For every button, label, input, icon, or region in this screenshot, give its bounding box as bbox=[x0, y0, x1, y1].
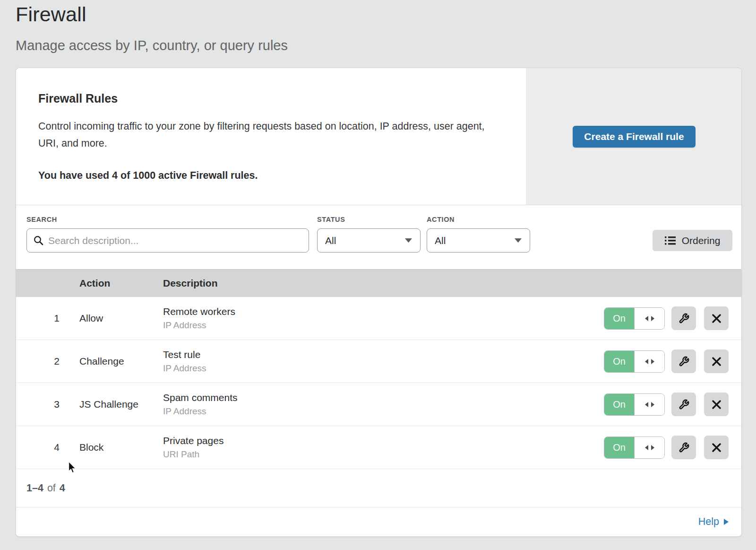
chevron-down-icon bbox=[404, 238, 412, 243]
rule-action: Challenge bbox=[79, 356, 124, 367]
delete-rule-button[interactable] bbox=[704, 349, 729, 373]
rule-action: JS Challenge bbox=[79, 399, 138, 410]
delete-rule-button[interactable] bbox=[704, 306, 729, 330]
search-icon bbox=[34, 236, 43, 245]
pagination: 1–4 of 4 bbox=[16, 469, 741, 507]
table-row: 1 Allow Remote workers IP Address On bbox=[16, 297, 741, 340]
toggle-on-segment[interactable]: On bbox=[604, 437, 635, 458]
table-header: Action Description bbox=[16, 269, 741, 297]
firewall-rules-card: Firewall Rules Control incoming traffic … bbox=[16, 68, 742, 537]
edit-rule-button[interactable] bbox=[671, 306, 696, 330]
card-footer: Help bbox=[16, 507, 741, 536]
status-select[interactable]: All bbox=[317, 228, 421, 253]
rule-status-toggle[interactable]: On bbox=[604, 393, 665, 416]
rule-match-field: IP Address bbox=[163, 406, 238, 417]
rule-description: Test rule IP Address bbox=[163, 349, 206, 374]
overview-heading: Firewall Rules bbox=[38, 92, 498, 105]
ordering-button-label: Ordering bbox=[682, 235, 721, 246]
pagination-total: 4 bbox=[60, 482, 65, 494]
action-select[interactable]: All bbox=[427, 228, 530, 253]
left-right-arrows-icon bbox=[644, 445, 655, 451]
overview-action-panel: Create a Firewall rule bbox=[526, 68, 742, 205]
close-icon bbox=[712, 400, 722, 410]
rule-match-field: URI Path bbox=[163, 449, 223, 460]
toggle-drag-handle[interactable] bbox=[635, 394, 664, 415]
wrench-icon bbox=[679, 442, 689, 453]
help-link[interactable]: Help bbox=[698, 516, 729, 528]
rule-status-toggle[interactable]: On bbox=[604, 307, 665, 330]
rule-match-field: IP Address bbox=[163, 363, 206, 374]
table-row: 2 Challenge Test rule IP Address On bbox=[16, 340, 741, 383]
rule-priority: 3 bbox=[45, 399, 60, 410]
search-field[interactable] bbox=[26, 228, 309, 253]
close-icon bbox=[712, 314, 722, 323]
overview-usage-text: You have used 4 of 1000 active Firewall … bbox=[38, 170, 498, 182]
rule-controls: On bbox=[604, 349, 729, 373]
toggle-drag-handle[interactable] bbox=[635, 308, 664, 329]
list-ordering-icon bbox=[665, 236, 676, 245]
rule-status-toggle[interactable]: On bbox=[604, 350, 665, 373]
table-row: 3 JS Challenge Spam comments IP Address … bbox=[16, 383, 741, 426]
arrow-right-icon bbox=[723, 518, 729, 525]
edit-rule-button[interactable] bbox=[671, 349, 696, 373]
pagination-of-label: of bbox=[47, 482, 56, 494]
search-label: SEARCH bbox=[26, 216, 57, 223]
toggle-on-segment[interactable]: On bbox=[604, 308, 635, 329]
status-select-value: All bbox=[325, 235, 336, 246]
rule-match-field: IP Address bbox=[163, 320, 235, 331]
rule-controls: On bbox=[604, 393, 729, 416]
status-label: STATUS bbox=[317, 216, 345, 223]
wrench-icon bbox=[679, 399, 689, 410]
rule-status-toggle[interactable]: On bbox=[604, 437, 665, 459]
page-subtitle: Manage access by IP, country, or query r… bbox=[16, 38, 288, 53]
rule-priority: 4 bbox=[45, 442, 60, 453]
left-right-arrows-icon bbox=[644, 358, 655, 365]
filter-bar: SEARCH STATUS ACTION All All Orderin bbox=[16, 205, 741, 269]
rule-controls: On bbox=[604, 436, 729, 459]
delete-rule-button[interactable] bbox=[704, 393, 729, 416]
create-firewall-rule-button[interactable]: Create a Firewall rule bbox=[573, 126, 695, 148]
action-select-value: All bbox=[435, 235, 446, 246]
close-icon bbox=[712, 443, 722, 453]
rule-priority: 2 bbox=[45, 356, 60, 367]
left-right-arrows-icon bbox=[644, 315, 655, 322]
action-label: ACTION bbox=[427, 216, 455, 223]
rule-priority: 1 bbox=[45, 313, 60, 324]
left-right-arrows-icon bbox=[644, 402, 655, 408]
rule-description-title: Spam comments bbox=[163, 392, 238, 403]
rule-action: Block bbox=[79, 442, 103, 453]
wrench-icon bbox=[679, 313, 689, 324]
delete-rule-button[interactable] bbox=[704, 436, 729, 459]
overview-description: Control incoming traffic to your zone by… bbox=[38, 118, 487, 152]
rule-description-title: Private pages bbox=[163, 435, 223, 446]
close-icon bbox=[712, 357, 722, 367]
column-header-action: Action bbox=[79, 278, 110, 289]
page-title: Firewall bbox=[16, 3, 86, 26]
table-row: 4 Block Private pages URI Path On bbox=[16, 426, 741, 469]
edit-rule-button[interactable] bbox=[671, 393, 696, 416]
chevron-down-icon bbox=[514, 238, 522, 243]
help-link-label: Help bbox=[698, 516, 719, 528]
ordering-button[interactable]: Ordering bbox=[653, 230, 732, 251]
search-input[interactable] bbox=[48, 235, 302, 246]
rule-description: Remote workers IP Address bbox=[163, 306, 235, 331]
overview-text-panel: Firewall Rules Control incoming traffic … bbox=[16, 68, 526, 205]
rule-description: Spam comments IP Address bbox=[163, 392, 238, 417]
rule-description-title: Test rule bbox=[163, 349, 206, 360]
wrench-icon bbox=[679, 356, 689, 367]
overview-section: Firewall Rules Control incoming traffic … bbox=[16, 68, 741, 205]
column-header-description: Description bbox=[163, 278, 218, 289]
rule-controls: On bbox=[604, 306, 729, 330]
toggle-drag-handle[interactable] bbox=[635, 437, 664, 458]
edit-rule-button[interactable] bbox=[671, 436, 696, 459]
toggle-on-segment[interactable]: On bbox=[604, 351, 635, 372]
rule-description-title: Remote workers bbox=[163, 306, 235, 317]
toggle-drag-handle[interactable] bbox=[635, 351, 664, 372]
rule-description: Private pages URI Path bbox=[163, 435, 223, 460]
toggle-on-segment[interactable]: On bbox=[604, 394, 635, 415]
pagination-range: 1–4 bbox=[26, 482, 43, 494]
rule-action: Allow bbox=[79, 313, 103, 324]
